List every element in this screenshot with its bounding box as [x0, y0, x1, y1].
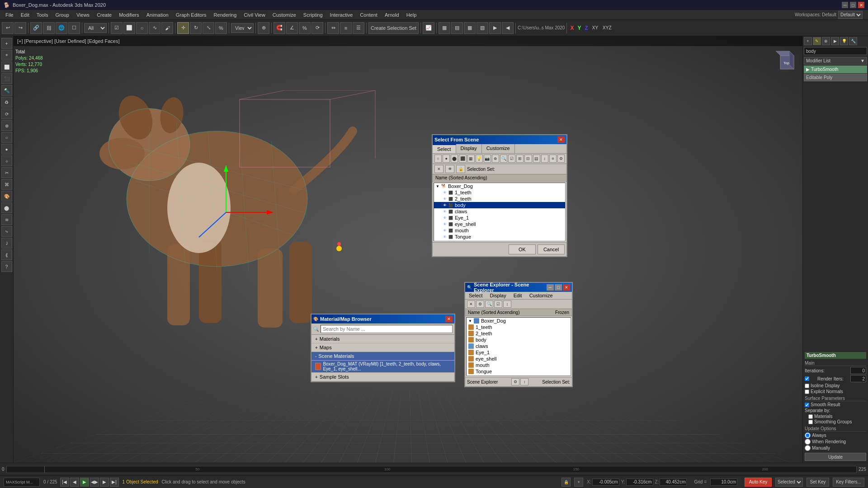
unlink-btn[interactable]: ⛓: [43, 22, 55, 34]
ts-materials-check[interactable]: [808, 414, 813, 419]
circle-sel-btn[interactable]: ○: [136, 22, 148, 34]
se-tb-2[interactable]: ⚙: [476, 300, 484, 308]
menu-group[interactable]: Group: [52, 10, 73, 19]
sfs-tb-7[interactable]: 📷: [484, 155, 491, 163]
menu-modifiers[interactable]: Modifiers: [115, 10, 143, 19]
graph5-btn[interactable]: ▶: [489, 22, 501, 34]
sfs-tb-8[interactable]: ⊕: [492, 155, 499, 163]
lp-btn-16[interactable]: ≋: [1, 214, 12, 225]
grid-input[interactable]: [710, 479, 737, 486]
se-menu-customize[interactable]: Customize: [526, 292, 557, 299]
snap-toggle[interactable]: 🧲: [274, 22, 285, 34]
menu-civil-view[interactable]: Civil View: [240, 10, 269, 19]
timeline-bar[interactable]: 50 100 150 200: [6, 466, 857, 473]
graph2-btn[interactable]: ▤: [451, 22, 463, 34]
menu-scripting[interactable]: Scripting: [300, 10, 326, 19]
se-item-boxer-dog[interactable]: ▼ Boxer_Dog: [467, 318, 571, 324]
mb-search-input[interactable]: [321, 325, 453, 333]
ts-render-iters-check[interactable]: [805, 376, 809, 381]
se-tb-close[interactable]: ✕: [467, 300, 475, 308]
sfs-item-tongue[interactable]: 👁 ⬛ Tongue: [434, 234, 565, 240]
rp-create-icon[interactable]: +: [804, 37, 812, 45]
bind-space-btn[interactable]: 🌐: [56, 22, 67, 34]
graph4-btn[interactable]: ▧: [476, 22, 488, 34]
ts-update-btn[interactable]: Update: [805, 453, 866, 461]
ts-radio-manually-input[interactable]: [805, 445, 811, 451]
mb-close-btn[interactable]: ✕: [445, 316, 453, 322]
set-key-btn[interactable]: Set Key: [807, 478, 829, 487]
align-btn[interactable]: ≡: [340, 22, 352, 34]
create-sel-btn[interactable]: Create Selection Set: [368, 22, 419, 34]
menu-content[interactable]: Content: [356, 10, 381, 19]
sfs-tb-6[interactable]: 💡: [476, 155, 483, 163]
xyz-btn[interactable]: XYZ: [601, 25, 613, 30]
y-input[interactable]: [626, 479, 653, 486]
rp-display-icon[interactable]: 💡: [840, 37, 848, 45]
sfs-item-eye-shell[interactable]: 👁 ⬛ eye_shell: [434, 221, 565, 227]
se-item-eye-shell[interactable]: eye_shell: [467, 356, 571, 362]
lp-btn-3[interactable]: ⬜: [1, 61, 12, 72]
sfs-tb-11[interactable]: ⊞: [516, 155, 524, 163]
modifier-editable-poly[interactable]: Editable Poly: [804, 74, 867, 81]
sfs-tb-4[interactable]: ⬛: [459, 155, 466, 163]
ts-explicit-check[interactable]: [805, 389, 809, 394]
sfs-tb-9[interactable]: 🔍: [500, 155, 507, 163]
se-tb-3[interactable]: 🔍: [485, 300, 493, 308]
menu-views[interactable]: Views: [73, 10, 93, 19]
percent-btn[interactable]: %: [215, 22, 227, 34]
mb-section-maps[interactable]: + Maps: [311, 343, 454, 352]
play-btn[interactable]: ▶: [80, 478, 89, 487]
lp-btn-20[interactable]: ?: [1, 261, 12, 272]
ts-smoothing-check[interactable]: [808, 420, 813, 424]
ts-render-iters-input[interactable]: [850, 375, 866, 382]
menu-rendering[interactable]: Rendering: [210, 10, 241, 19]
se-item-2-teeth[interactable]: 2_teeth: [467, 330, 571, 337]
mb-material-item-1[interactable]: Boxer_Dog_MAT (VRayMtl) [1_teeth, 2_teet…: [311, 361, 454, 373]
se-menu-display[interactable]: Display: [486, 292, 510, 299]
paint-sel-btn[interactable]: 🖌: [161, 22, 173, 34]
menu-help[interactable]: Help: [403, 10, 420, 19]
close-button[interactable]: ✕: [858, 2, 864, 8]
sfs-list[interactable]: ▼ 🐕 Boxer_Dog 👁 ⬛ 1_teeth 👁 ⬛ 2_teeth 👁 …: [434, 183, 566, 241]
lp-btn-15[interactable]: ⬤: [1, 202, 12, 213]
select-btn[interactable]: ☑: [111, 22, 123, 34]
se-min-btn[interactable]: ─: [547, 284, 554, 291]
sfs-filter-eye[interactable]: 👁: [445, 165, 454, 173]
rect-sel-btn[interactable]: ⬜: [123, 22, 135, 34]
sfs-item-boxer-dog[interactable]: ▼ 🐕 Boxer_Dog: [434, 183, 565, 189]
mb-section-scene[interactable]: - Scene Materials: [311, 352, 454, 361]
sfs-tb-13[interactable]: ▤: [533, 155, 540, 163]
lp-btn-4[interactable]: ⬛: [1, 73, 12, 84]
se-close-btn[interactable]: ✕: [563, 284, 570, 291]
selected-dropdown[interactable]: Selected: [775, 478, 803, 487]
lp-btn-8[interactable]: ⊕: [1, 120, 12, 131]
sfs-tb-12[interactable]: ⊟: [524, 155, 532, 163]
menu-interactive[interactable]: Interactive: [326, 10, 357, 19]
play-back-btn[interactable]: ◀▶: [90, 478, 99, 487]
se-item-mouth[interactable]: mouth: [467, 362, 571, 368]
sfs-tab-display[interactable]: Display: [456, 144, 482, 153]
filter-dropdown[interactable]: All: [84, 23, 107, 33]
lp-btn-17[interactable]: ⤷: [1, 226, 12, 237]
lp-btn-13[interactable]: ⌘: [1, 179, 12, 190]
se-item-body[interactable]: body: [467, 337, 571, 343]
rotate-btn[interactable]: ↻: [190, 22, 202, 34]
sfs-tb-2[interactable]: ●: [443, 155, 450, 163]
ts-radio-render-input[interactable]: [805, 439, 811, 445]
undo-btn[interactable]: ↩: [2, 22, 14, 34]
snap-percent[interactable]: %: [299, 22, 311, 34]
ts-radio-always-input[interactable]: [805, 432, 811, 438]
sfs-tb-14[interactable]: ↕: [541, 155, 548, 163]
lp-btn-7[interactable]: ⟳: [1, 108, 12, 119]
sfs-tb-15[interactable]: ≡: [549, 155, 557, 163]
menu-animation[interactable]: Animation: [143, 10, 172, 19]
snap-angle[interactable]: ∠: [286, 22, 298, 34]
modifier-turbsmooth[interactable]: ▶ TurboSmooth: [804, 66, 867, 73]
menu-edit[interactable]: Edit: [17, 10, 33, 19]
sfs-ok-btn[interactable]: OK: [509, 244, 536, 254]
maxscript-mini[interactable]: MAXScript M...: [4, 478, 40, 487]
lp-btn-9[interactable]: ○: [1, 132, 12, 143]
lock-btn[interactable]: 🔒: [561, 478, 571, 487]
redo-btn[interactable]: ↪: [14, 22, 26, 34]
prev-frame-btn[interactable]: ◀: [70, 478, 79, 487]
